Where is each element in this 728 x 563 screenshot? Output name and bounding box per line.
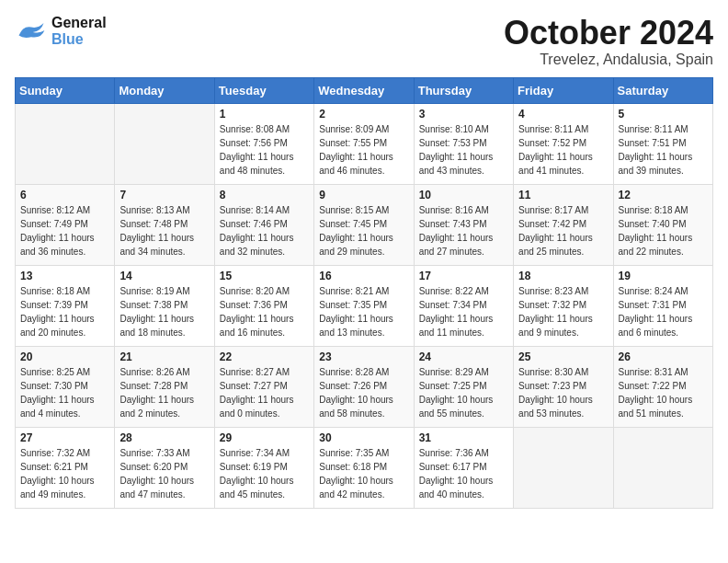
day-info: Sunrise: 8:26 AM Sunset: 7:28 PM Dayligh… [119,365,209,420]
calendar-cell: 25Sunrise: 8:30 AM Sunset: 7:23 PM Dayli… [514,346,613,427]
day-info: Sunrise: 8:30 AM Sunset: 7:23 PM Dayligh… [518,365,608,420]
calendar-cell [115,103,214,184]
day-number: 22 [220,350,309,363]
calendar-cell: 1Sunrise: 8:08 AM Sunset: 7:56 PM Daylig… [214,103,313,184]
day-info: Sunrise: 8:13 AM Sunset: 7:48 PM Dayligh… [119,203,209,259]
day-info: Sunrise: 8:09 AM Sunset: 7:55 PM Dayligh… [319,122,408,178]
day-number: 2 [319,108,408,121]
day-info: Sunrise: 7:32 AM Sunset: 6:21 PM Dayligh… [20,446,109,501]
day-number: 23 [319,350,408,363]
calendar-cell: 4Sunrise: 8:11 AM Sunset: 7:52 PM Daylig… [514,103,613,184]
day-info: Sunrise: 8:14 AM Sunset: 7:46 PM Dayligh… [220,203,309,259]
weekday-header-row: SundayMondayTuesdayWednesdayThursdayFrid… [16,77,713,103]
calendar-cell: 24Sunrise: 8:29 AM Sunset: 7:25 PM Dayli… [414,346,513,427]
day-number: 14 [119,270,209,282]
logo-text: General Blue [51,15,107,48]
calendar-cell: 13Sunrise: 8:18 AM Sunset: 7:39 PM Dayli… [16,265,115,346]
day-info: Sunrise: 8:11 AM Sunset: 7:52 PM Dayligh… [518,122,608,178]
day-number: 10 [419,189,508,201]
calendar-cell: 31Sunrise: 7:36 AM Sunset: 6:17 PM Dayli… [414,427,513,508]
day-info: Sunrise: 8:19 AM Sunset: 7:38 PM Dayligh… [119,284,209,339]
calendar-cell: 22Sunrise: 8:27 AM Sunset: 7:27 PM Dayli… [214,346,313,427]
calendar-cell: 9Sunrise: 8:15 AM Sunset: 7:45 PM Daylig… [314,184,414,265]
calendar-cell: 10Sunrise: 8:16 AM Sunset: 7:43 PM Dayli… [414,184,513,265]
calendar-cell: 7Sunrise: 8:13 AM Sunset: 7:48 PM Daylig… [115,184,214,265]
day-number: 19 [619,270,708,282]
day-info: Sunrise: 8:27 AM Sunset: 7:27 PM Dayligh… [220,365,309,420]
weekday-header-saturday: Saturday [613,77,712,103]
week-row-1: 1Sunrise: 8:08 AM Sunset: 7:56 PM Daylig… [16,103,713,184]
weekday-header-wednesday: Wednesday [314,77,414,103]
calendar-cell: 19Sunrise: 8:24 AM Sunset: 7:31 PM Dayli… [613,265,712,346]
weekday-header-thursday: Thursday [414,77,513,103]
day-number: 4 [518,108,608,121]
day-number: 21 [119,350,209,363]
day-info: Sunrise: 8:12 AM Sunset: 7:49 PM Dayligh… [20,203,109,259]
day-number: 6 [20,189,109,201]
day-info: Sunrise: 8:21 AM Sunset: 7:35 PM Dayligh… [319,284,408,339]
calendar-cell: 12Sunrise: 8:18 AM Sunset: 7:40 PM Dayli… [613,184,712,265]
month-title: October 2024 [504,15,713,52]
day-info: Sunrise: 7:33 AM Sunset: 6:20 PM Dayligh… [119,446,209,501]
day-info: Sunrise: 8:08 AM Sunset: 7:56 PM Dayligh… [220,122,309,178]
day-info: Sunrise: 8:15 AM Sunset: 7:45 PM Dayligh… [319,203,408,259]
day-info: Sunrise: 7:35 AM Sunset: 6:18 PM Dayligh… [319,446,408,501]
calendar-cell: 6Sunrise: 8:12 AM Sunset: 7:49 PM Daylig… [16,184,115,265]
calendar-cell: 11Sunrise: 8:17 AM Sunset: 7:42 PM Dayli… [514,184,613,265]
day-info: Sunrise: 8:22 AM Sunset: 7:34 PM Dayligh… [419,284,508,339]
calendar-cell: 20Sunrise: 8:25 AM Sunset: 7:30 PM Dayli… [16,346,115,427]
day-number: 17 [419,270,508,282]
calendar-cell: 5Sunrise: 8:11 AM Sunset: 7:51 PM Daylig… [613,103,712,184]
logo-icon [15,18,48,44]
day-number: 9 [319,189,408,201]
day-number: 27 [20,431,109,444]
calendar-cell [16,103,115,184]
logo: General Blue [15,15,107,48]
weekday-header-tuesday: Tuesday [214,77,313,103]
day-number: 13 [20,270,109,282]
day-info: Sunrise: 7:36 AM Sunset: 6:17 PM Dayligh… [419,446,508,501]
weekday-header-monday: Monday [115,77,214,103]
calendar-cell: 26Sunrise: 8:31 AM Sunset: 7:22 PM Dayli… [613,346,712,427]
calendar-cell: 18Sunrise: 8:23 AM Sunset: 7:32 PM Dayli… [514,265,613,346]
day-info: Sunrise: 8:29 AM Sunset: 7:25 PM Dayligh… [419,365,508,420]
calendar-cell: 15Sunrise: 8:20 AM Sunset: 7:36 PM Dayli… [214,265,313,346]
day-number: 1 [220,108,309,121]
weekday-header-sunday: Sunday [16,77,115,103]
calendar-table: SundayMondayTuesdayWednesdayThursdayFrid… [15,77,713,509]
week-row-3: 13Sunrise: 8:18 AM Sunset: 7:39 PM Dayli… [16,265,713,346]
day-info: Sunrise: 8:18 AM Sunset: 7:39 PM Dayligh… [20,284,109,339]
day-number: 31 [419,431,508,444]
week-row-2: 6Sunrise: 8:12 AM Sunset: 7:49 PM Daylig… [16,184,713,265]
day-number: 28 [119,431,209,444]
day-info: Sunrise: 8:17 AM Sunset: 7:42 PM Dayligh… [518,203,608,259]
day-number: 15 [220,270,309,282]
day-number: 25 [518,350,608,363]
calendar-cell: 8Sunrise: 8:14 AM Sunset: 7:46 PM Daylig… [214,184,313,265]
day-info: Sunrise: 8:16 AM Sunset: 7:43 PM Dayligh… [419,203,508,259]
day-number: 24 [419,350,508,363]
day-number: 5 [619,108,708,121]
day-info: Sunrise: 8:23 AM Sunset: 7:32 PM Dayligh… [518,284,608,339]
day-number: 12 [619,189,708,201]
page-header: General Blue October 2024 Trevelez, Anda… [15,15,713,68]
day-number: 8 [220,189,309,201]
calendar-cell: 2Sunrise: 8:09 AM Sunset: 7:55 PM Daylig… [314,103,414,184]
day-number: 7 [119,189,209,201]
day-info: Sunrise: 8:31 AM Sunset: 7:22 PM Dayligh… [619,365,708,420]
day-number: 30 [319,431,408,444]
day-number: 18 [518,270,608,282]
day-number: 26 [619,350,708,363]
calendar-cell: 21Sunrise: 8:26 AM Sunset: 7:28 PM Dayli… [115,346,214,427]
calendar-cell: 27Sunrise: 7:32 AM Sunset: 6:21 PM Dayli… [16,427,115,508]
calendar-cell: 30Sunrise: 7:35 AM Sunset: 6:18 PM Dayli… [314,427,414,508]
calendar-cell: 29Sunrise: 7:34 AM Sunset: 6:19 PM Dayli… [214,427,313,508]
calendar-cell: 3Sunrise: 8:10 AM Sunset: 7:53 PM Daylig… [414,103,513,184]
title-area: October 2024 Trevelez, Andalusia, Spain [504,15,713,68]
day-info: Sunrise: 8:28 AM Sunset: 7:26 PM Dayligh… [319,365,408,420]
week-row-4: 20Sunrise: 8:25 AM Sunset: 7:30 PM Dayli… [16,346,713,427]
calendar-cell: 14Sunrise: 8:19 AM Sunset: 7:38 PM Dayli… [115,265,214,346]
day-number: 11 [518,189,608,201]
day-info: Sunrise: 8:18 AM Sunset: 7:40 PM Dayligh… [619,203,708,259]
calendar-cell [613,427,712,508]
